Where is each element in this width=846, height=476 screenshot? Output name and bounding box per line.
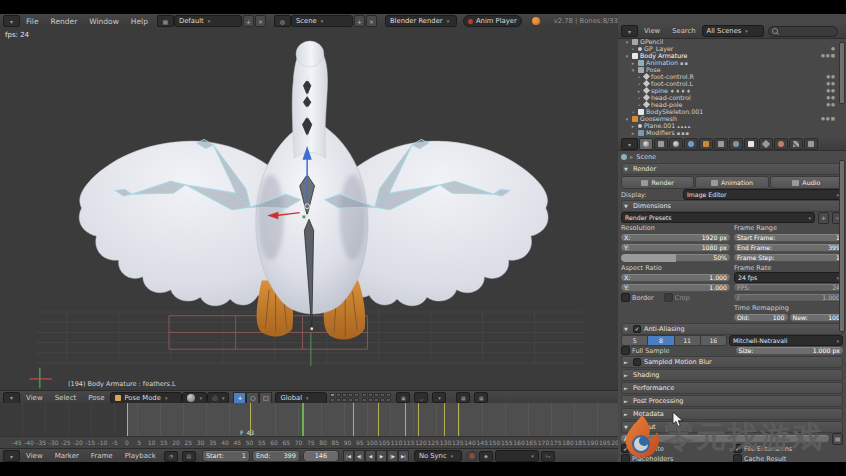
snap-mode-icon[interactable]: ▾ xyxy=(432,392,446,403)
viewport-editor-icon[interactable]: ▾ xyxy=(3,392,20,404)
manipulator-rotate-button[interactable]: ○ xyxy=(246,392,259,404)
scene-dropdown[interactable]: Scene▾ xyxy=(291,15,353,27)
outliner-menu-search[interactable]: Search xyxy=(666,27,701,35)
vp-menu-select[interactable]: Select xyxy=(49,394,83,402)
layout-delete-button[interactable]: × xyxy=(255,15,266,27)
layer-toggle[interactable] xyxy=(330,398,335,402)
snap-magnet-icon[interactable]: ◡ xyxy=(414,392,428,403)
outliner-scrollbar[interactable] xyxy=(839,42,845,104)
display-dropdown[interactable]: Image Editor▾ xyxy=(683,189,843,200)
frames-icon[interactable]: ▤ xyxy=(182,451,196,462)
outliner-search-input[interactable] xyxy=(768,26,838,37)
outliner-row-animation[interactable]: ▸ Animation▪▪ xyxy=(618,59,840,66)
layer-toggle[interactable] xyxy=(374,398,379,402)
orientation-dropdown[interactable]: Global▾ xyxy=(275,392,327,404)
aa-filter-dropdown[interactable]: Mitchell-Netravali▾ xyxy=(729,335,843,346)
resolution-x-field[interactable]: X:1920 px xyxy=(621,234,730,242)
menu-render[interactable]: Render xyxy=(45,17,84,26)
layer-toggle[interactable] xyxy=(336,393,341,397)
border-checkbox[interactable] xyxy=(621,293,630,302)
vp-menu-view[interactable]: View xyxy=(20,394,49,402)
fps-base-field[interactable]: /1.000 xyxy=(734,294,843,302)
aa-samples-16[interactable]: 16 xyxy=(701,335,727,346)
layer-toggle[interactable] xyxy=(330,393,335,397)
tl-menu-view[interactable]: View xyxy=(20,452,49,460)
layer-grid[interactable] xyxy=(330,393,391,402)
tl-menu-marker[interactable]: Marker xyxy=(49,452,85,460)
sync-dropdown[interactable]: No Sync▾ xyxy=(414,450,462,462)
anim-player-toggle[interactable]: Anim Player xyxy=(463,15,522,27)
outliner-menu-view[interactable]: View xyxy=(638,27,666,35)
jump-end-button[interactable]: ▶| xyxy=(398,450,409,462)
fps-preset-dropdown[interactable]: 24 fps▾ xyxy=(734,272,843,283)
pivot-dropdown[interactable]: ◎▾ xyxy=(207,392,229,404)
manipulator-translate-button[interactable]: + xyxy=(233,392,246,404)
tab-world[interactable] xyxy=(684,138,698,150)
scene-add-button[interactable]: + xyxy=(354,15,365,27)
shading-dropdown[interactable]: ▾ xyxy=(182,392,207,404)
tl-menu-frame[interactable]: Frame xyxy=(85,452,119,460)
frame-start-field[interactable]: Start:1 xyxy=(202,450,250,462)
keying-set-dropdown[interactable]: ▾ xyxy=(495,450,539,462)
layout-dropdown[interactable]: Default▾ xyxy=(174,15,242,27)
outliner-row-head-pole[interactable]: • head-pole●● xyxy=(618,101,840,108)
layer-toggle[interactable] xyxy=(342,398,347,402)
tab-data[interactable] xyxy=(744,138,758,150)
auto-keyframe-button[interactable] xyxy=(467,451,477,461)
editor-type-icon[interactable]: ▾ xyxy=(3,15,20,27)
keyframe-line[interactable] xyxy=(405,403,406,436)
layer-toggle[interactable] xyxy=(368,393,373,397)
layout-add-button[interactable]: + xyxy=(243,15,254,27)
lock-icon[interactable]: ▣ xyxy=(396,392,410,403)
outliner-row-body-armature[interactable]: ▾ Body Armature●●■ xyxy=(618,52,840,59)
resolution-percentage-slider[interactable]: 50% xyxy=(621,254,730,262)
layer-toggle[interactable] xyxy=(386,393,391,397)
layer-toggle[interactable] xyxy=(336,398,341,402)
aa-size-field[interactable]: Size:1.000 px xyxy=(736,347,844,355)
aa-checkbox[interactable]: ✓ xyxy=(633,325,641,333)
menu-window[interactable]: Window xyxy=(83,17,125,26)
keyframe-line[interactable] xyxy=(353,403,354,436)
viewport-3d[interactable]: fps: 24 (194) Body Armature : feathers.L xyxy=(0,28,619,390)
layer-toggle[interactable] xyxy=(374,393,379,397)
mode-dropdown[interactable]: Pose Mode▾ xyxy=(110,392,182,404)
layout-icon[interactable]: ▦ xyxy=(157,15,174,27)
end-frame-field[interactable]: End Frame:399 xyxy=(734,244,843,252)
outliner-row-modifiers[interactable]: ▸ Modifiers▪▪▪ xyxy=(618,129,840,136)
aspect-y-field[interactable]: Y:1.000 xyxy=(621,284,730,292)
outliner-row-gp-layer[interactable]: • GP_Layer● xyxy=(618,45,840,52)
tab-texture[interactable] xyxy=(789,138,803,150)
layer-toggle[interactable] xyxy=(348,393,353,397)
keyframe-line[interactable] xyxy=(378,403,379,436)
keyframe-line[interactable] xyxy=(418,403,419,436)
outliner-editor-icon[interactable]: ▾ xyxy=(621,25,638,37)
frame-end-field[interactable]: End:399 xyxy=(252,450,300,462)
render-audio-button[interactable]: Audio xyxy=(770,176,843,189)
outliner-row-bodyskeleton[interactable]: • BodySkeleton.001 xyxy=(618,108,840,115)
outliner-row-foot-control-r[interactable]: • foot-control.R●● xyxy=(618,73,840,80)
frame-step-field[interactable]: Frame Step:1 xyxy=(734,254,843,262)
render-ogl-icon[interactable]: ▦ xyxy=(456,392,470,403)
remap-new-field[interactable]: New:100 xyxy=(790,314,844,322)
outliner-row-head-control[interactable]: • head-control●● xyxy=(618,94,840,101)
properties-scrollbar[interactable] xyxy=(839,160,845,332)
panel-header-dimensions[interactable]: ▼Dimensions xyxy=(621,200,843,212)
tab-render[interactable] xyxy=(639,138,653,150)
outliner-row-spine[interactable]: ▸ spine♦♦♦♦ ●● xyxy=(618,87,840,94)
panel-header-post-processing[interactable]: ►Post Processing xyxy=(621,395,843,407)
tab-scene[interactable] xyxy=(669,138,683,150)
full-sample-checkbox[interactable] xyxy=(621,346,630,355)
aa-samples-5[interactable]: 5 xyxy=(621,335,648,346)
motion-blur-checkbox[interactable] xyxy=(633,358,641,366)
tab-object[interactable] xyxy=(699,138,713,150)
keying-set-icon[interactable]: ◆ xyxy=(479,451,493,462)
timeline-editor-icon[interactable]: ▾ xyxy=(3,450,20,462)
layer-toggle[interactable] xyxy=(348,398,353,402)
prev-keyframe-button[interactable]: ◀| xyxy=(354,450,365,462)
vp-menu-pose[interactable]: Pose xyxy=(82,394,110,402)
keyframe-line[interactable] xyxy=(250,403,251,436)
panel-header-shading[interactable]: ►Shading xyxy=(621,369,843,381)
start-frame-field[interactable]: Start Frame:1 xyxy=(734,234,843,242)
crop-checkbox[interactable] xyxy=(664,293,673,302)
panel-header-render[interactable]: ▼Render xyxy=(621,163,843,175)
